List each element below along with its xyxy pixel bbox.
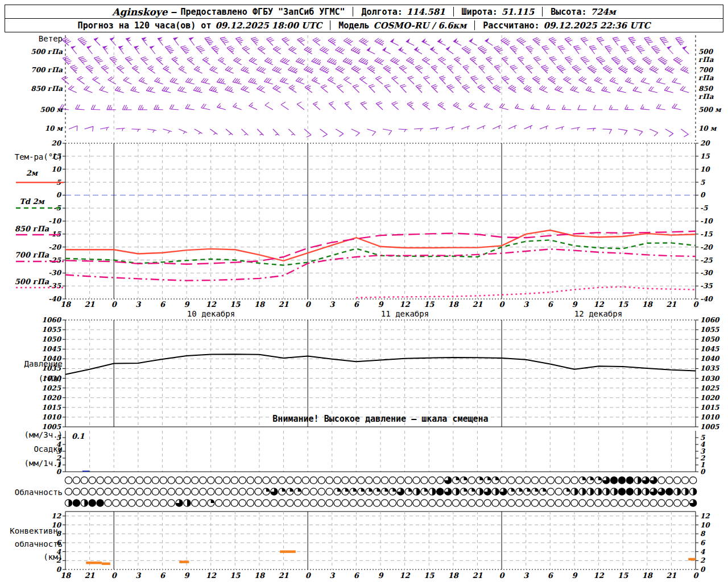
convective-xtick-25: 21 [666, 571, 676, 580]
wind-level-label-500hpa: 500 гПа [0, 48, 63, 56]
pressure-unit-label: (гПа) [0, 374, 63, 383]
convective-xtick-24: 18 [642, 571, 653, 580]
wind-level-label-500m: 500 м [0, 106, 63, 114]
precip-unit-1h-label: (мм/1ч.) [0, 459, 63, 468]
convective-xtick-4: 6 [160, 571, 166, 580]
precip-ytick-0-left: 0 [56, 468, 62, 476]
convective-ytick-12-right: 12 [700, 512, 710, 520]
temp-xtick-16: 18 [448, 300, 460, 309]
precip-unit-3h-label: (мм/3ч.) [0, 430, 63, 439]
meteogram-canvas: 2020151510105500-5-5-10-10-15-15-20-20-2… [0, 0, 728, 582]
pressure-label: Давление [0, 359, 63, 368]
convective-xtick-26: 0 [693, 571, 699, 580]
pressure-ytick-1045-right: 1045 [700, 345, 719, 353]
convective-xtick-2: 0 [111, 571, 118, 580]
temp-ytick-5-right: 5 [700, 178, 705, 186]
pressure-ytick-1025-left: 1025 [42, 384, 61, 392]
wind-barbs-level-0 [62, 37, 689, 54]
cloud-row-0 [65, 477, 697, 484]
convective-xtick-5: 9 [184, 571, 191, 580]
convective-xtick-20: 6 [548, 571, 554, 580]
convective-label-3: (км) [0, 552, 63, 562]
temp-ytick-20-left: 20 [51, 139, 61, 147]
legend-label-t700: 700 гПа [0, 251, 64, 259]
wind-panel-title: Ветер [0, 34, 63, 43]
convective-xtick-14: 12 [400, 571, 411, 580]
precip-label: Осадки [0, 444, 63, 454]
pressure-ytick-1015-right: 1015 [700, 404, 719, 411]
pressure-ytick-1030-right: 1030 [700, 375, 720, 383]
temp-xtick-2: 0 [111, 300, 118, 309]
pressure-ytick-1035-right: 1035 [700, 364, 719, 372]
temp-xtick-3: 3 [135, 300, 141, 309]
convective-xtick-18: 0 [499, 571, 506, 580]
convective-xtick-16: 18 [448, 571, 460, 580]
temp-xtick-15: 15 [424, 300, 435, 309]
precip-ytick-0-right: 0 [700, 468, 706, 476]
pressure-ytick-1020-right: 1020 [700, 394, 720, 402]
temp-xtick-18: 0 [499, 300, 506, 309]
temp-xtick-13: 9 [378, 300, 384, 309]
temperature-panel-title: Тем-ра(°C) [0, 152, 63, 161]
convective-xtick-10: 0 [305, 571, 312, 580]
temp-xtick-10: 0 [305, 300, 312, 309]
wind-barbs-level-4 [69, 125, 688, 137]
wind-barbs-level-2 [62, 76, 689, 93]
temp-ytick-15-right: 15 [700, 152, 710, 160]
legend-line-t2m [16, 181, 64, 184]
convective-xtick-23: 15 [618, 571, 628, 580]
temp-xtick-8: 18 [254, 300, 266, 309]
legend-line-t850 [16, 233, 64, 236]
temp-xtick-11: 3 [329, 300, 335, 309]
legend-line-t500 [16, 286, 64, 289]
temp-ytick--40-right: -40 [700, 295, 713, 303]
wind-level-label-10m-right: 10 м [698, 124, 728, 132]
date-label-day2: 11 декабря [348, 309, 462, 318]
temp-ytick--5-right: -5 [700, 204, 708, 212]
convective-ytick-4-right: 4 [700, 548, 705, 556]
temp-xtick-12: 6 [354, 300, 360, 309]
convective-label-1: Конвективн. [0, 526, 63, 535]
temp-xtick-26: 0 [693, 300, 699, 309]
pressure-ytick-1045-left: 1045 [42, 345, 61, 353]
convective-xtick-6: 12 [206, 571, 217, 580]
pressure-ytick-1055-right: 1055 [700, 326, 719, 334]
temp-xtick-4: 6 [160, 300, 166, 309]
temp-xtick-21: 9 [572, 300, 578, 309]
convective-xtick-8: 18 [254, 571, 266, 580]
convective-ytick-6-right: 6 [700, 539, 706, 547]
pressure-ytick-1050-right: 1050 [700, 335, 720, 343]
temp-ytick--25-right: -25 [700, 256, 713, 264]
temp-xtick-14: 12 [400, 300, 411, 309]
cloudiness-label: Облачность [0, 488, 63, 497]
temp-ytick--35-right: -35 [700, 282, 713, 290]
legend-line-t700 [16, 260, 64, 263]
convective-ytick-8-right: 8 [700, 530, 706, 538]
convective-xtick-21: 9 [572, 571, 578, 580]
temp-xtick-19: 3 [523, 300, 529, 309]
temp-ytick--20-left: -20 [48, 243, 61, 251]
temp-xtick-6: 12 [206, 300, 217, 309]
temp-xtick-5: 9 [184, 300, 191, 309]
pressure-ytick-1005-left: 1005 [42, 423, 61, 431]
temp-ytick-20-right: 20 [700, 139, 710, 147]
convective-xtick-3: 3 [135, 571, 141, 580]
convective-ytick-0-right: 0 [700, 566, 706, 573]
temp-xtick-24: 18 [642, 300, 653, 309]
temp-xtick-0: 18 [60, 300, 72, 309]
convective-xtick-17: 21 [472, 571, 482, 580]
temp-ytick-0-right: 0 [700, 191, 706, 199]
temp-ytick-10-right: 10 [700, 165, 710, 173]
temp-xtick-17: 21 [472, 300, 482, 309]
wind-barbs-level-1 [63, 56, 689, 73]
temp-ytick--30-right: -30 [700, 269, 713, 277]
convective-xtick-11: 3 [329, 571, 335, 580]
convective-ytick-2-right: 2 [700, 556, 706, 564]
temp-xtick-7: 15 [230, 300, 241, 309]
temp-xtick-9: 21 [278, 300, 288, 309]
temp-xtick-22: 12 [593, 300, 604, 309]
legend-label-t500: 500 гПа [0, 277, 64, 286]
precip-bar [82, 471, 90, 472]
pressure-ytick-1010-right: 1010 [700, 413, 720, 421]
wind-level-label-850hpa: 850 гПа [0, 85, 63, 93]
